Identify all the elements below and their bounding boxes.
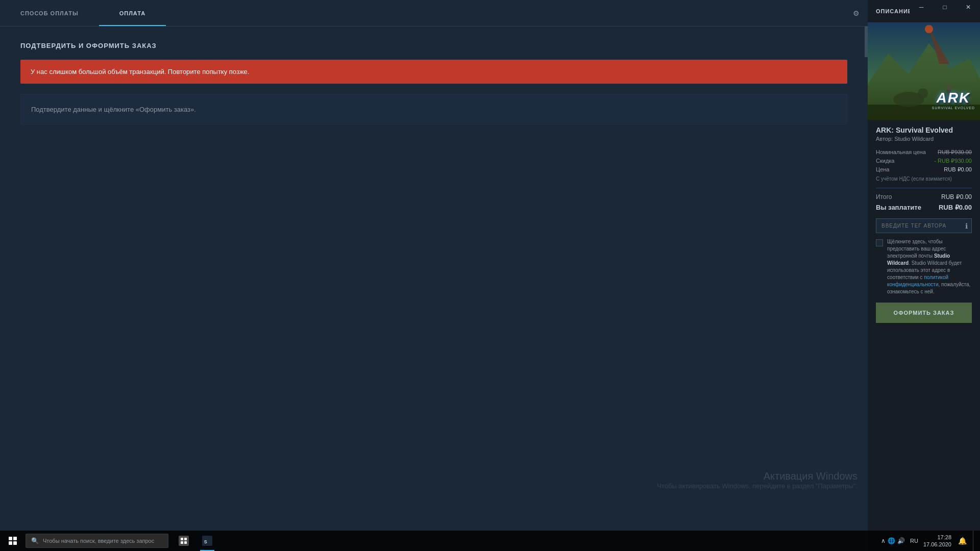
final-price-label: Цена: [876, 166, 889, 172]
order-panel: ОПИСАНИЕ ЗАКАЗА ✕: [868, 0, 980, 551]
pay-value: RUB ₽0.00: [939, 204, 972, 211]
svg-text:S: S: [204, 539, 207, 544]
taskbar-items: S: [173, 531, 218, 551]
minimize-button[interactable]: ─: [910, 0, 933, 14]
author-tag-wrapper: ℹ: [876, 218, 972, 233]
error-banner: У нас слишком большой объём транзакций. …: [20, 60, 847, 84]
info-icon[interactable]: ℹ: [965, 222, 968, 230]
taskbar-search-placeholder: Чтобы начать поиск, введите здесь запрос: [43, 538, 154, 544]
notification-button[interactable]: 🔔: [954, 531, 970, 551]
email-consent-checkbox[interactable]: [876, 239, 883, 246]
total-label: Итого: [876, 193, 892, 201]
main-container: СПОСОБ ОПЛАТЫ ОПЛАТА ⚙ ПОДТВЕРДИТЬ И ОФО…: [0, 0, 980, 551]
svg-point-6: [918, 88, 928, 98]
settings-icon: ⚙: [853, 9, 860, 17]
tray-sound-icon[interactable]: 🔊: [897, 537, 905, 544]
task-view-icon: [179, 536, 189, 546]
order-content[interactable]: ARK SURVIVAL EVOLVED ARK: Survival Evolv…: [868, 23, 980, 551]
pay-label: Вы заплатите: [876, 204, 921, 211]
tab-payment-method[interactable]: СПОСОБ ОПЛАТЫ: [0, 0, 99, 26]
divider: [876, 188, 972, 188]
taskbar-steam-item[interactable]: S: [196, 531, 218, 551]
taskbar-language[interactable]: RU: [908, 538, 920, 544]
search-icon: 🔍: [31, 537, 39, 544]
payment-content: ПОДТВЕРДИТЬ И ОФОРМИТЬ ЗАКАЗ У нас слишк…: [0, 27, 868, 551]
discount-value: - RUB ₽930.00: [934, 158, 972, 164]
email-consent-label: Щёлкните здесь, чтобы предоставить ваш а…: [887, 238, 972, 295]
email-consent-area: Щёлкните здесь, чтобы предоставить ваш а…: [876, 238, 972, 295]
game-title: ARK: Survival Evolved: [876, 126, 972, 134]
price-table: Номинальная цена RUB ₽930.00 Скидка - RU…: [876, 149, 972, 173]
svg-point-3: [925, 25, 933, 33]
steam-app-icon: S: [202, 536, 212, 546]
final-price-row: Цена RUB ₽0.00: [876, 166, 972, 173]
error-message: У нас слишком большой объём транзакций. …: [31, 68, 249, 76]
task-view-button[interactable]: [173, 531, 195, 551]
ark-logo-text: ARK: [932, 90, 975, 106]
section-title: ПОДТВЕРДИТЬ И ОФОРМИТЬ ЗАКАЗ: [20, 42, 847, 49]
discount-label: Скидка: [876, 158, 895, 164]
window-chrome: ─ □ ✕: [910, 0, 980, 14]
payment-panel: СПОСОБ ОПЛАТЫ ОПЛАТА ⚙ ПОДТВЕРДИТЬ И ОФО…: [0, 0, 868, 551]
ark-logo: ARK SURVIVAL EVOLVED: [932, 90, 975, 110]
taskbar: 🔍 Чтобы начать поиск, введите здесь запр…: [0, 531, 980, 551]
clock-date: 17.06.2020: [923, 541, 951, 548]
confirm-text: Подтвердите данные и щёлкните «Оформить …: [31, 106, 196, 113]
tray-icons: ∧ 🌐 🔊: [881, 537, 905, 544]
ark-subtitle: SURVIVAL EVOLVED: [932, 106, 975, 110]
total-row: Итого RUB ₽0.00: [876, 193, 972, 201]
taskbar-right: ∧ 🌐 🔊 RU 17:28 17.06.2020 🔔: [881, 531, 980, 551]
tray-chevron[interactable]: ∧: [881, 537, 886, 544]
final-price-value: RUB ₽0.00: [944, 166, 972, 173]
windows-logo-icon: [9, 537, 17, 545]
total-value: RUB ₽0.00: [941, 193, 972, 201]
order-details: ARK: Survival Evolved Автор: Studio Wild…: [868, 120, 980, 329]
nominal-price-label: Номинальная цена: [876, 149, 926, 155]
nominal-price-value: RUB ₽930.00: [938, 149, 972, 156]
close-button[interactable]: ✕: [957, 0, 980, 14]
game-image: ARK SURVIVAL EVOLVED: [868, 23, 980, 120]
pay-row: Вы заплатите RUB ₽0.00: [876, 204, 972, 211]
confirm-box: Подтвердите данные и щёлкните «Оформить …: [20, 94, 847, 124]
maximize-button[interactable]: □: [933, 0, 957, 14]
svg-rect-9: [181, 538, 183, 540]
show-desktop-button[interactable]: [973, 531, 976, 551]
taskbar-clock[interactable]: 17:28 17.06.2020: [923, 534, 951, 548]
game-author: Автор: Studio Wildcard: [876, 136, 972, 142]
clock-time: 17:28: [923, 534, 951, 541]
tab-payment[interactable]: ОПЛАТА: [99, 0, 166, 26]
place-order-button[interactable]: ОФОРМИТЬ ЗАКАЗ: [876, 303, 972, 323]
start-button[interactable]: [0, 531, 26, 551]
nominal-price-row: Номинальная цена RUB ₽930.00: [876, 149, 972, 156]
notification-icon: 🔔: [958, 537, 967, 545]
taskbar-search-box[interactable]: 🔍 Чтобы начать поиск, введите здесь запр…: [26, 534, 168, 548]
svg-rect-11: [181, 541, 183, 544]
tray-network-icon[interactable]: 🌐: [888, 537, 895, 544]
svg-rect-12: [184, 541, 187, 544]
vat-note: С учётом НДС (если взимается): [876, 176, 972, 182]
svg-rect-10: [184, 538, 187, 540]
tabs-bar: СПОСОБ ОПЛАТЫ ОПЛАТА ⚙: [0, 0, 868, 27]
discount-row: Скидка - RUB ₽930.00: [876, 158, 972, 164]
author-tag-input[interactable]: [876, 218, 972, 233]
